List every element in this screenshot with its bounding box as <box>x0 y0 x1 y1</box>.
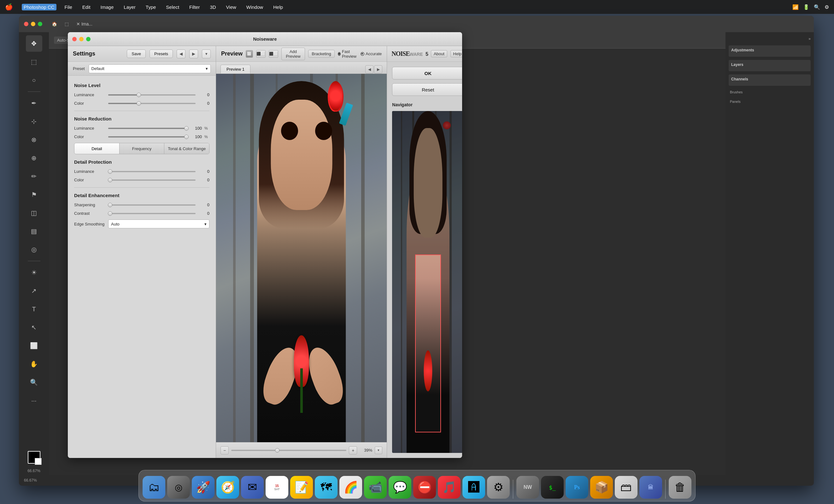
nw-reset-btn[interactable]: Reset <box>392 83 462 96</box>
nw-tab-detail[interactable]: Detail <box>74 143 119 154</box>
nw-layout-split-v[interactable]: ⬛⬜ <box>269 50 278 58</box>
minimize-button[interactable] <box>31 22 35 26</box>
ps-tool-marquee[interactable]: ⬚ <box>26 53 42 70</box>
ps-tool-lasso[interactable]: ○ <box>26 72 42 88</box>
dock-terminal-icon[interactable]: $_ <box>541 476 564 499</box>
nw-sharpening-slider[interactable] <box>108 204 196 206</box>
nw-save-btn[interactable]: Save <box>127 49 146 58</box>
dock-arch-icon[interactable]: 🏛 <box>639 476 662 499</box>
nw-settings-dropdown[interactable]: ▾ <box>202 49 211 58</box>
nw-preset-select[interactable]: Default ▾ <box>89 64 211 73</box>
dock-launchpad-icon[interactable]: 🚀 <box>192 476 215 499</box>
nw-fast-preview-radio[interactable]: Fast Preview <box>338 49 357 59</box>
menubar-layer[interactable]: Layer <box>122 4 137 10</box>
nw-accurate-radio[interactable]: Accurate <box>360 51 382 56</box>
nw-layout-split-h[interactable]: ⬛⬜ <box>256 50 266 58</box>
menubar-help[interactable]: Help <box>271 4 285 10</box>
dock-photos-icon[interactable]: 🌈 <box>339 476 362 499</box>
dock-messages-icon[interactable]: 💬 <box>389 476 411 499</box>
dock-facetime-icon[interactable]: 📹 <box>364 476 387 499</box>
nw-presets-btn[interactable]: Presets <box>150 49 173 58</box>
close-button[interactable] <box>24 22 28 26</box>
menubar-edit[interactable]: Edit <box>81 4 92 10</box>
ps-tool-type[interactable]: T <box>26 301 42 317</box>
control-center-icon[interactable]: ⚙ <box>825 4 829 10</box>
search-icon[interactable]: 🔍 <box>814 4 820 10</box>
nw-preview-next[interactable]: ▶ <box>374 65 382 73</box>
ps-tool-crop[interactable]: ⊹ <box>26 113 42 130</box>
dock-appstore-icon[interactable]: 🅰 <box>462 476 485 499</box>
ps-new-tab-icon[interactable]: ⬚ <box>61 20 72 28</box>
nw-tab-frequency[interactable]: Frequency <box>119 143 164 154</box>
nw-preview-tab-1[interactable]: Preview 1 <box>220 65 250 73</box>
nw-min-btn[interactable] <box>79 37 84 41</box>
nw-luminance-reduction-slider[interactable] <box>108 128 188 129</box>
nw-ok-btn[interactable]: OK <box>392 67 462 80</box>
nw-color-reduction-slider[interactable] <box>108 136 188 137</box>
nw-zoom-dropdown[interactable]: ▾ <box>375 446 382 454</box>
apple-menu-icon[interactable]: 🍎 <box>5 3 13 11</box>
nw-preview-prev[interactable]: ◀ <box>365 65 373 73</box>
menubar-3d[interactable]: 3D <box>208 4 218 10</box>
dock-sysprefs-icon[interactable]: ⚙ <box>487 476 510 499</box>
dock-noiseware-icon[interactable]: NW <box>517 476 539 499</box>
nw-dp-color-slider[interactable] <box>108 179 196 181</box>
ps-tool-blur[interactable]: ◎ <box>26 241 42 258</box>
nw-redo-btn[interactable]: ▶ <box>189 49 198 58</box>
ps-tool-brush[interactable]: ✏ <box>26 168 42 184</box>
nw-edge-smoothing-select[interactable]: Auto ▾ <box>108 220 210 228</box>
ps-tool-stamp[interactable]: ⚑ <box>26 187 42 203</box>
nw-luminance-level-slider[interactable] <box>108 94 196 95</box>
dock-maps-icon[interactable]: 🗺 <box>315 476 337 499</box>
ps-tool-path[interactable]: ↗ <box>26 283 42 299</box>
ps-tool-hand[interactable]: ✋ <box>26 356 42 372</box>
nw-undo-btn[interactable]: ◀ <box>177 49 185 58</box>
menubar-filter[interactable]: Filter <box>188 4 201 10</box>
ps-tool-dodge[interactable]: ☀ <box>26 264 42 281</box>
ps-tool-direct-select[interactable]: ↖ <box>26 319 42 335</box>
ps-tool-extra[interactable]: ··· <box>26 392 42 409</box>
menubar-type[interactable]: Type <box>144 4 158 10</box>
ps-panel-collapse[interactable]: » <box>809 37 811 41</box>
nw-help-btn[interactable]: Help <box>451 50 462 58</box>
menubar-select[interactable]: Select <box>164 4 181 10</box>
nw-color-level-slider[interactable] <box>108 103 196 104</box>
maximize-button[interactable] <box>38 22 42 26</box>
nw-tab-tonal[interactable]: Tonal & Color Range <box>164 143 209 154</box>
ps-tool-healing[interactable]: ⊕ <box>26 150 42 166</box>
menubar-app-name[interactable]: Photoshop CC <box>22 4 57 10</box>
dock-safari-icon[interactable]: 🧭 <box>216 476 239 499</box>
ps-tool-pen[interactable]: ✒ <box>26 95 42 111</box>
nw-bracketing-btn[interactable]: Bracketing <box>308 50 334 58</box>
menubar-window[interactable]: Window <box>244 4 265 10</box>
nw-dp-luminance-slider[interactable] <box>108 171 196 172</box>
ps-tool-slice[interactable]: ⊗ <box>26 132 42 148</box>
nw-add-preview-btn[interactable]: Add Preview <box>281 48 305 60</box>
dock-extract-icon[interactable]: 📦 <box>590 476 613 499</box>
ps-tool-move[interactable]: ✥ <box>26 35 42 52</box>
dock-photoshop-icon[interactable]: Ps <box>566 476 588 499</box>
ps-tool-shape[interactable]: ⬜ <box>26 337 42 354</box>
menubar-file[interactable]: File <box>63 4 74 10</box>
dock-notes-icon[interactable]: 📝 <box>290 476 313 499</box>
ps-tool-zoom[interactable]: 🔍 <box>26 374 42 391</box>
dock-siri-icon[interactable]: ◎ <box>167 476 190 499</box>
menubar-view[interactable]: View <box>224 4 238 10</box>
menubar-image[interactable]: Image <box>99 4 116 10</box>
dock-finder2-icon[interactable]: 🗃 <box>615 476 637 499</box>
ps-tool-gradient[interactable]: ▤ <box>26 223 42 239</box>
dock-calendar-icon[interactable]: 15 SAT <box>266 476 288 499</box>
nw-close-btn[interactable] <box>72 37 76 41</box>
ps-foreground-background[interactable] <box>28 451 40 464</box>
nw-zoom-minus[interactable]: − <box>220 446 229 455</box>
nw-zoom-slider[interactable] <box>231 450 346 451</box>
nw-max-btn[interactable] <box>86 37 90 41</box>
ps-home-icon[interactable]: 🏠 <box>48 20 61 28</box>
dock-mail-icon[interactable]: ✉ <box>241 476 264 499</box>
dock-music-icon[interactable]: 🎵 <box>438 476 461 499</box>
nav-selection-box[interactable] <box>415 255 441 432</box>
ps-tool-eraser[interactable]: ◫ <box>26 205 42 221</box>
ps-tab-close[interactable]: ✕ Ima... <box>72 20 96 28</box>
nw-about-btn[interactable]: About <box>431 50 447 58</box>
nw-contrast-slider[interactable] <box>108 213 196 214</box>
